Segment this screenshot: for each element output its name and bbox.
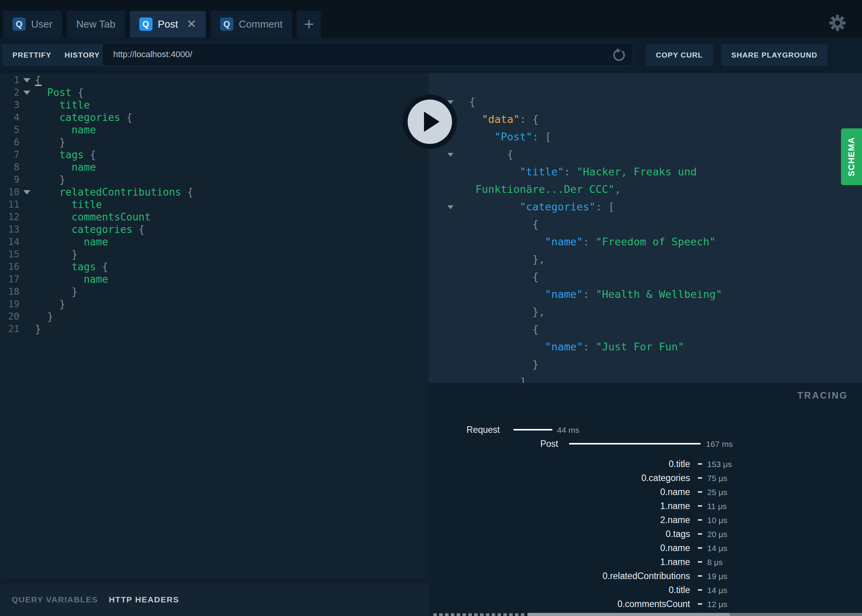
line-number: 9 xyxy=(0,173,19,186)
query-editor-pane[interactable]: 1{2 Post {3 title4 categories {5 name6 }… xyxy=(0,73,429,583)
line-number: 10 xyxy=(0,186,19,198)
endpoint-url-wrap xyxy=(102,43,633,66)
editor-line-text: relatedContributions { xyxy=(35,186,193,198)
tracing-resolver-value: 153 μs xyxy=(707,459,732,470)
execute-query-button[interactable] xyxy=(403,94,457,149)
line-number: 21 xyxy=(0,323,19,335)
response-line-text: "Post": [ xyxy=(469,128,551,145)
tab-post[interactable]: QPost✕ xyxy=(130,11,206,37)
tracing-resolver-value: 20 μs xyxy=(707,529,727,540)
new-tab-button[interactable]: + xyxy=(297,11,321,37)
schema-sidebar-tab[interactable]: SCHEMA xyxy=(841,128,862,185)
response-line: { xyxy=(429,320,862,338)
http-headers-tab[interactable]: HTTP HEADERS xyxy=(109,595,179,604)
tab-comment[interactable]: QComment xyxy=(211,11,292,37)
query-type-badge: Q xyxy=(220,18,233,31)
tracing-resolver-value: 10 μs xyxy=(707,515,727,526)
reload-schema-button[interactable] xyxy=(613,48,626,61)
fold-arrow-icon[interactable] xyxy=(447,205,454,209)
tracing-resolver-bar xyxy=(698,589,702,591)
response-line-text: "categories": [ xyxy=(469,198,615,215)
editor-line-text: title xyxy=(35,99,90,111)
tab-label: User xyxy=(31,18,53,30)
tracing-resolver-bar xyxy=(698,505,702,507)
tracing-resolver-path: 0.name xyxy=(660,486,690,498)
horizontal-scrollbar[interactable] xyxy=(527,613,862,616)
tab-label: Post xyxy=(158,18,178,30)
horizontal-scrollbar-thumb[interactable] xyxy=(527,613,730,616)
tracing-resolver-row: 0.relatedContributions19 μs xyxy=(429,570,862,582)
tab-label: New Tab xyxy=(76,18,116,30)
tracing-resolver-row: 0.commentsCount12 μs xyxy=(429,598,862,610)
editor-line-text: } xyxy=(35,248,78,261)
line-number: 20 xyxy=(0,310,19,323)
tracing-resolver-path: 0.commentsCount xyxy=(617,598,690,610)
fold-arrow-icon[interactable] xyxy=(23,78,30,82)
tab-label: Comment xyxy=(239,18,283,30)
editor-line: 14 name xyxy=(0,236,429,248)
tracing-resolver-path: 0.title xyxy=(669,584,690,596)
graphql-playground: QUserNew TabQPost✕QComment+ PRETTIFY HIS… xyxy=(0,0,862,616)
response-line: }, xyxy=(429,250,862,268)
tracing-resolver-bar xyxy=(698,547,702,549)
response-line-text: } xyxy=(469,355,539,373)
editor-line: 20 } xyxy=(0,310,429,323)
editor-line: 21} xyxy=(0,323,429,335)
line-number: 14 xyxy=(0,236,19,248)
tab-bar: QUserNew TabQPost✕QComment+ xyxy=(3,11,321,37)
line-number: 8 xyxy=(0,161,19,173)
tracing-span-row: Post167 ms xyxy=(429,438,862,450)
line-number: 1 xyxy=(0,74,19,86)
editor-line-text: } xyxy=(35,173,65,186)
toolbar: PRETTIFY HISTORY COPY CURL SHARE PLAYGRO… xyxy=(0,37,862,73)
copy-curl-button[interactable]: COPY CURL xyxy=(646,44,713,66)
editor-line-text: name xyxy=(35,236,108,248)
editor-line: 18 } xyxy=(0,285,429,298)
tracing-resolver-row: 0.name25 μs xyxy=(429,486,862,498)
line-number: 13 xyxy=(0,223,19,236)
fold-arrow-icon[interactable] xyxy=(447,153,454,157)
editor-line-text: Post { xyxy=(35,86,84,99)
editor-line-text: title xyxy=(35,198,102,211)
query-variables-tab[interactable]: QUERY VARIABLES xyxy=(12,595,98,604)
response-line: "Post": [ xyxy=(429,128,862,145)
response-line-text: }, xyxy=(469,250,545,268)
gear-icon xyxy=(829,14,846,32)
response-line-text: Funktionäre...Der CCC", xyxy=(469,180,621,198)
tab-new-tab[interactable]: New Tab xyxy=(67,11,125,37)
response-line-text: { xyxy=(469,145,513,163)
close-tab-icon[interactable]: ✕ xyxy=(187,18,196,30)
response-line-text: "name": "Freedom of Speech" xyxy=(469,233,716,250)
query-editor-code: 1{2 Post {3 title4 categories {5 name6 }… xyxy=(0,74,429,335)
settings-button[interactable] xyxy=(829,14,846,32)
tracing-resolver-row: 0.title14 μs xyxy=(429,584,862,596)
response-line: "title": "Hacker, Freaks und xyxy=(429,163,862,180)
line-number: 3 xyxy=(0,99,19,111)
fold-arrow-icon[interactable] xyxy=(23,91,30,95)
tracing-resolver-bar xyxy=(698,463,702,465)
tracing-resolver-bar xyxy=(698,603,702,605)
top-bar: QUserNew TabQPost✕QComment+ xyxy=(0,0,862,37)
share-playground-button[interactable]: SHARE PLAYGROUND xyxy=(721,44,827,66)
editor-line: 19 } xyxy=(0,298,429,310)
response-line: { xyxy=(429,145,862,163)
prettify-button[interactable]: PRETTIFY xyxy=(2,44,61,66)
line-number: 4 xyxy=(0,111,19,124)
endpoint-url-input[interactable] xyxy=(102,43,633,66)
fold-arrow-icon[interactable] xyxy=(23,190,30,194)
response-line-text: ] xyxy=(469,373,526,383)
tracing-resolver-path: 2.name xyxy=(660,514,690,526)
tracing-resolver-bar xyxy=(698,477,702,479)
tracing-resolver-value: 14 μs xyxy=(707,585,727,596)
query-type-badge: Q xyxy=(12,18,26,31)
response-line: "name": "Health & Wellbeing" xyxy=(429,285,862,303)
tracing-resolver-path: 1.name xyxy=(660,500,690,512)
tracing-resolver-row: 0.name14 μs xyxy=(429,542,862,554)
response-line: { xyxy=(429,268,862,285)
editor-line: 11 title xyxy=(0,198,429,211)
tracing-span-label: Request xyxy=(466,424,500,436)
line-number: 16 xyxy=(0,261,19,273)
tab-user[interactable]: QUser xyxy=(3,11,62,37)
tracing-title: TRACING xyxy=(797,390,848,401)
tracing-resolver-path: 0.title xyxy=(669,458,690,470)
